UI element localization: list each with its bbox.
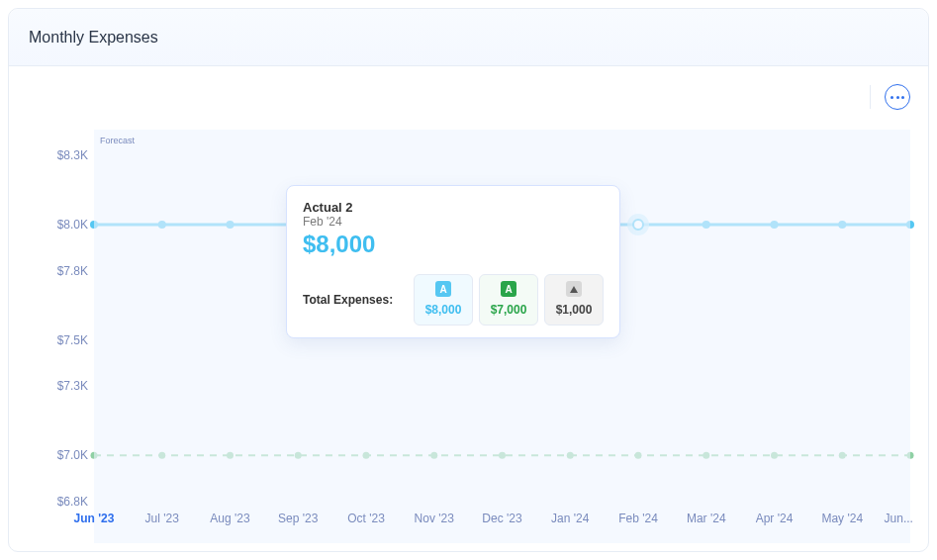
svg-point-13: [906, 221, 914, 229]
tooltip-row: Total Expenses: A $8,000 A $7,000 $1,000: [303, 274, 604, 326]
x-tick[interactable]: Oct '23: [347, 512, 385, 525]
x-tick[interactable]: Dec '23: [482, 512, 521, 525]
y-tick: $6.8K: [39, 495, 88, 509]
actual2-value: $7,000: [491, 303, 527, 317]
actual1-badge: A: [435, 281, 451, 297]
divider: [870, 85, 871, 109]
x-tick[interactable]: Feb '24: [618, 512, 658, 525]
svg-point-25: [839, 452, 846, 459]
x-tick[interactable]: Sep '23: [278, 512, 318, 525]
delta-value: $1,000: [556, 303, 593, 317]
svg-point-11: [771, 221, 779, 229]
chart-menu: [870, 84, 910, 110]
x-tick[interactable]: Aug '23: [210, 512, 249, 525]
tooltip-category: Feb '24: [303, 215, 604, 229]
svg-point-16: [227, 452, 234, 459]
svg-point-19: [430, 452, 437, 459]
tooltip-delta-box: $1,000: [544, 274, 604, 326]
svg-point-18: [363, 452, 370, 459]
triangle-up-icon: [570, 286, 578, 293]
svg-point-9: [633, 220, 643, 230]
svg-point-23: [703, 452, 709, 459]
card-header: Monthly Expenses: [9, 9, 928, 66]
x-tick[interactable]: Apr '24: [756, 512, 794, 525]
svg-point-14: [91, 452, 98, 459]
tooltip-series-name: Actual 2: [303, 200, 604, 215]
more-icon: [890, 96, 904, 99]
x-axis: Jun '23Jul '23Aug '23Sep '23Oct '23Nov '…: [94, 512, 910, 541]
svg-point-1: [158, 221, 166, 229]
svg-point-0: [90, 221, 98, 229]
svg-point-21: [567, 452, 574, 459]
x-tick[interactable]: Jun...: [885, 512, 913, 525]
tooltip-actual1-box: A $8,000: [414, 274, 473, 326]
x-tick[interactable]: Jun '23: [74, 512, 115, 525]
svg-point-22: [635, 452, 642, 459]
y-tick: $7.5K: [39, 333, 88, 347]
x-tick[interactable]: Jul '23: [145, 512, 179, 525]
tooltip: Actual 2 Feb '24 $8,000 Total Expenses: …: [286, 185, 620, 338]
svg-point-26: [907, 452, 914, 459]
y-axis: $8.3K$8.0K$7.8K$7.5K$7.3K$7.0K$6.8K: [39, 155, 94, 502]
y-tick: $7.8K: [39, 264, 88, 278]
y-tick: $7.0K: [39, 448, 88, 462]
more-button[interactable]: [885, 84, 910, 110]
actual2-badge: A: [501, 281, 516, 297]
y-tick: $7.3K: [39, 379, 88, 393]
svg-point-2: [227, 221, 234, 229]
forecast-label: Forecast: [100, 136, 135, 145]
delta-badge-icon: [566, 281, 582, 297]
tooltip-headline-value: $8,000: [303, 231, 604, 258]
tooltip-actual2-box: A $7,000: [479, 274, 538, 326]
svg-point-17: [295, 452, 302, 459]
x-tick[interactable]: May '24: [821, 512, 863, 525]
card-title: Monthly Expenses: [29, 29, 158, 47]
card-body: $8.3K$8.0K$7.8K$7.5K$7.3K$7.0K$6.8K Fore…: [9, 66, 928, 551]
svg-point-12: [838, 221, 846, 229]
tooltip-row-label: Total Expenses:: [303, 293, 408, 307]
y-tick: $8.3K: [39, 148, 88, 162]
svg-point-24: [771, 452, 778, 459]
svg-point-20: [499, 452, 506, 459]
svg-point-10: [703, 221, 710, 229]
card: Monthly Expenses $8.3K$8.0K$7.8K$7.5K$7.…: [8, 8, 929, 552]
x-tick[interactable]: Jan '24: [551, 512, 589, 525]
y-tick: $8.0K: [39, 218, 88, 232]
x-tick[interactable]: Nov '23: [415, 512, 454, 525]
x-tick[interactable]: Mar '24: [687, 512, 726, 525]
svg-point-15: [158, 452, 165, 459]
actual1-value: $8,000: [425, 303, 462, 317]
